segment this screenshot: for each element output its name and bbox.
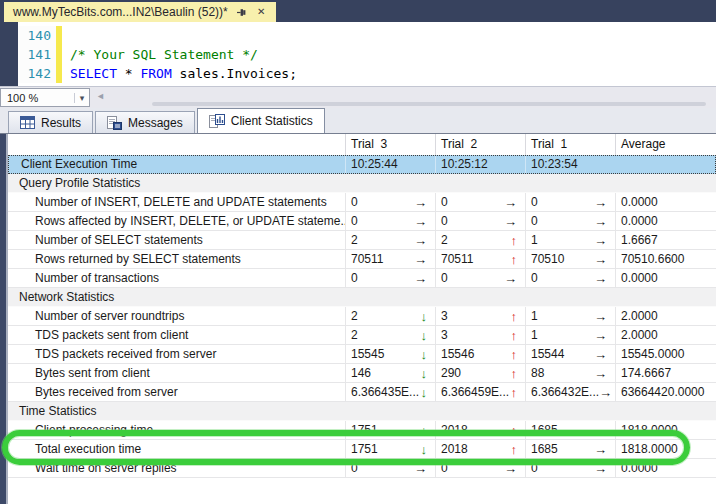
- row-label: Wait time on server replies: [8, 459, 345, 478]
- document-tab[interactable]: www.MyTecBits.com...IN2\Beaulin (52))* ✕: [4, 2, 276, 22]
- table-row[interactable]: Client processing time1751↓2018↑1685→181…: [8, 421, 716, 440]
- row-label: Client processing time: [8, 421, 345, 440]
- tab-label: Client Statistics: [231, 114, 313, 128]
- value-cell: 15544→: [525, 345, 615, 364]
- client-statistics-panel: Trial 3Trial 2Trial 1AverageClient Execu…: [0, 133, 716, 504]
- table-row[interactable]: Number of SELECT statements2→2↑1→1.6667: [8, 231, 716, 250]
- value-cell: 15546↑: [435, 345, 525, 364]
- row-label: Number of INSERT, DELETE and UPDATE stat…: [8, 193, 345, 212]
- tab-messages[interactable]: Messages: [95, 111, 195, 133]
- value-cell: 0→: [345, 459, 435, 478]
- value-cell: 70511→: [345, 250, 435, 269]
- trend-right-icon: →: [414, 212, 427, 231]
- row-label: Client Execution Time: [8, 155, 345, 174]
- change-tracking-bar: [56, 64, 62, 83]
- cell-value: 15546: [441, 345, 474, 364]
- value-cell: 0→: [525, 459, 615, 478]
- pin-icon[interactable]: [235, 6, 248, 19]
- trend-down-icon: ↓: [421, 345, 428, 364]
- client-statistics-icon: [209, 114, 225, 128]
- value-cell: 6.366432E...→: [525, 383, 615, 402]
- cell-value: 2: [441, 231, 448, 250]
- section-row[interactable]: Time Statistics: [8, 402, 716, 421]
- table-row[interactable]: Number of INSERT, DELETE and UPDATE stat…: [8, 193, 716, 212]
- code-line[interactable]: 140: [18, 26, 716, 45]
- section-row[interactable]: Network Statistics: [8, 288, 716, 307]
- trend-right-icon: →: [414, 231, 427, 250]
- value-cell: 290↑: [435, 364, 525, 383]
- chevron-down-icon[interactable]: ▾: [74, 93, 89, 103]
- section-label: Network Statistics: [8, 288, 716, 307]
- tab-client-statistics[interactable]: Client Statistics: [197, 108, 325, 133]
- code-line[interactable]: 141/* Your SQL Statement */: [18, 45, 716, 64]
- section-row[interactable]: Query Profile Statistics: [8, 174, 716, 193]
- grid-header-row: Trial 3Trial 2Trial 1Average: [8, 134, 716, 155]
- row-label: Number of SELECT statements: [8, 231, 345, 250]
- sql-editor[interactable]: 140141/* Your SQL Statement */142SELECT …: [0, 22, 716, 86]
- cell-value: 0: [531, 193, 538, 212]
- cell-value: 2: [351, 326, 358, 345]
- table-row[interactable]: Wait time on server replies0→0→0→0.0000: [8, 459, 716, 478]
- trend-right-icon: →: [594, 193, 607, 212]
- cell-value: 1685: [531, 440, 558, 459]
- cell-value: 1: [531, 307, 538, 326]
- trend-right-icon: →: [594, 326, 607, 345]
- trend-right-icon: →: [414, 193, 427, 212]
- editor-left-margin: [0, 22, 18, 86]
- table-row[interactable]: TDS packets received from server15545↓15…: [8, 345, 716, 364]
- cell-value: 1: [531, 326, 538, 345]
- cell-value: 0: [531, 212, 538, 231]
- average-cell: [615, 155, 716, 174]
- table-row[interactable]: Number of transactions0→0→0→0.0000: [8, 269, 716, 288]
- trend-right-icon: →: [599, 383, 612, 402]
- trend-right-icon: →: [504, 212, 517, 231]
- change-tracking-bar: [56, 45, 62, 64]
- trend-up-icon: ↑: [511, 440, 518, 459]
- document-tab-bar: www.MyTecBits.com...IN2\Beaulin (52))* ✕: [0, 0, 716, 22]
- horizontal-scrollbar[interactable]: ◄: [92, 87, 716, 108]
- trend-up-icon: ↑: [511, 250, 518, 269]
- cell-value: 3: [441, 307, 448, 326]
- table-row[interactable]: Rows returned by SELECT statements70511→…: [8, 250, 716, 269]
- value-cell: 0→: [345, 193, 435, 212]
- cell-value: 10:25:12: [441, 157, 488, 171]
- line-number: 142: [18, 64, 56, 83]
- trend-right-icon: →: [414, 250, 427, 269]
- row-label: Total execution time: [8, 440, 345, 459]
- table-row[interactable]: Rows affected by INSERT, DELETE, or UPDA…: [8, 212, 716, 231]
- cell-value: 0: [351, 193, 358, 212]
- scrollbar-thumb[interactable]: [152, 102, 706, 106]
- scroll-left-icon[interactable]: ◄: [96, 91, 105, 101]
- cell-value: 146: [351, 364, 371, 383]
- column-header: Trial 2: [435, 134, 525, 155]
- value-cell: 0→: [525, 269, 615, 288]
- row-label: Rows affected by INSERT, DELETE, or UPDA…: [8, 212, 345, 231]
- row-label: Rows returned by SELECT statements: [8, 250, 345, 269]
- cell-value: 0: [351, 269, 358, 288]
- table-row[interactable]: Number of server roundtrips2↓3↑1→2.0000: [8, 307, 716, 326]
- ssms-window: www.MyTecBits.com...IN2\Beaulin (52))* ✕…: [0, 0, 716, 504]
- close-icon[interactable]: ✕: [255, 6, 268, 19]
- average-cell: 1818.0000: [615, 440, 716, 459]
- trend-right-icon: →: [594, 421, 607, 440]
- code-line[interactable]: 142SELECT * FROM sales.Invoices;: [18, 64, 716, 83]
- tab-results[interactable]: Results: [8, 111, 93, 133]
- trend-up-icon: ↑: [511, 345, 518, 364]
- cell-value: 70511: [441, 250, 473, 269]
- value-cell: 0→: [345, 212, 435, 231]
- editor-lines[interactable]: 140141/* Your SQL Statement */142SELECT …: [18, 22, 716, 86]
- table-row[interactable]: TDS packets sent from client2↓3↑1→2.0000: [8, 326, 716, 345]
- code-text: /* Your SQL Statement */: [70, 45, 258, 64]
- selected-row[interactable]: Client Execution Time10:25:4410:25:1210:…: [8, 155, 716, 174]
- table-row[interactable]: Total execution time1751↓2018↑1685→1818.…: [8, 440, 716, 459]
- cell-value: 6.366432E...: [531, 383, 599, 402]
- grid-corner-cell: [8, 134, 345, 155]
- average-cell: 174.6667: [615, 364, 716, 383]
- value-cell: 88→: [525, 364, 615, 383]
- zoom-dropdown[interactable]: 100 % ▾: [0, 88, 90, 107]
- table-row[interactable]: Bytes received from server6.366435E...↓6…: [8, 383, 716, 402]
- table-row[interactable]: Bytes sent from client146↓290↑88→174.666…: [8, 364, 716, 383]
- value-cell: 1→: [525, 307, 615, 326]
- code-token: FROM: [140, 66, 171, 81]
- average-cell: 15545.0000: [615, 345, 716, 364]
